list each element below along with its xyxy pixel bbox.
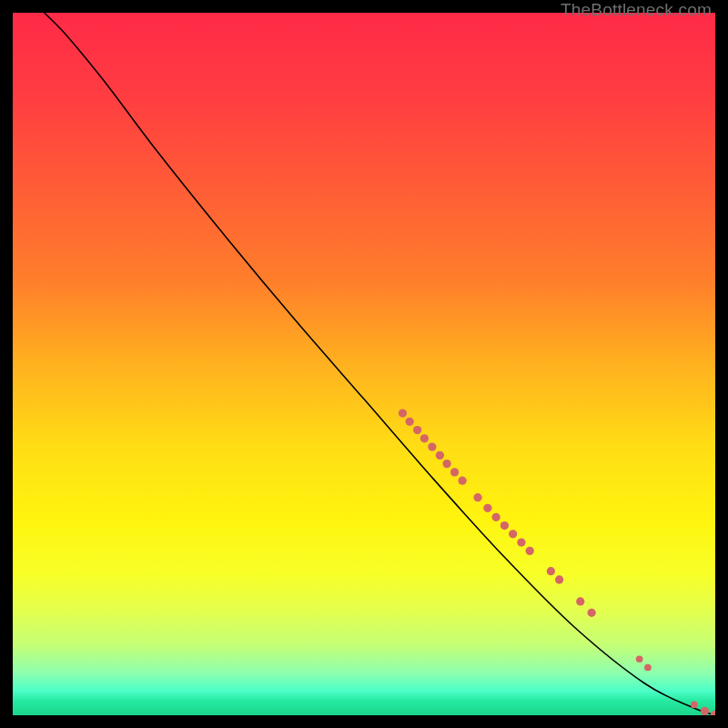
data-point bbox=[555, 575, 563, 583]
data-point bbox=[636, 655, 643, 662]
data-point bbox=[458, 477, 466, 485]
data-point bbox=[492, 513, 500, 521]
chart-stage: TheBottleneck.com bbox=[0, 0, 728, 728]
data-point bbox=[450, 468, 459, 476]
data-point bbox=[413, 426, 421, 434]
data-point bbox=[547, 567, 555, 575]
data-point bbox=[473, 493, 481, 501]
data-point bbox=[701, 707, 709, 715]
data-point bbox=[483, 504, 491, 512]
data-point bbox=[500, 521, 509, 530]
data-point bbox=[644, 664, 652, 672]
data-point bbox=[436, 451, 444, 460]
data-point bbox=[526, 547, 534, 555]
data-point bbox=[587, 609, 595, 617]
data-point bbox=[399, 409, 407, 417]
data-point bbox=[517, 538, 525, 546]
curve-line bbox=[45, 13, 715, 715]
data-point bbox=[691, 702, 698, 709]
data-point bbox=[428, 442, 436, 450]
plot-area bbox=[13, 13, 715, 715]
data-point bbox=[711, 711, 715, 715]
data-point bbox=[509, 530, 517, 538]
watermark-text: TheBottleneck.com bbox=[561, 0, 712, 20]
marker-group bbox=[399, 409, 715, 715]
chart-svg bbox=[13, 13, 715, 715]
data-point bbox=[442, 460, 450, 468]
data-point bbox=[576, 597, 584, 605]
data-point bbox=[420, 434, 429, 442]
data-point bbox=[406, 418, 414, 426]
